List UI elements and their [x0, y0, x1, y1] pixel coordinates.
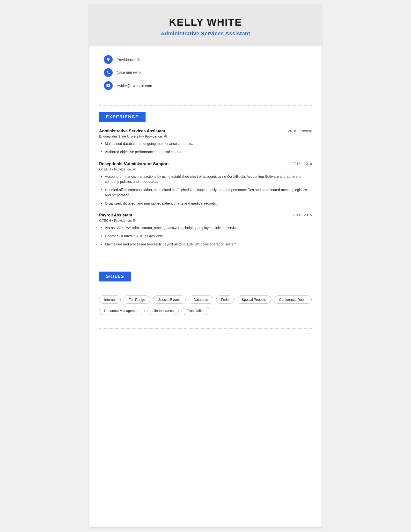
experience-section: EXPERIENCE Administrative Services Assis… — [89, 110, 322, 261]
location-icon — [104, 55, 113, 64]
experience-header-row-2: Receptionist/Administrator Support 2015 … — [99, 162, 312, 166]
location-text: Providence, RI — [117, 57, 140, 62]
bullet-item: Authored objective performance appraisal… — [99, 150, 312, 155]
skills-container: Internet Full Range Special Events Datab… — [89, 295, 322, 324]
job-bullets-3: Act as ADP IPAY administrator, reseing p… — [99, 225, 312, 247]
job-title-3: Payroll Assistant — [99, 213, 132, 218]
job-dates-2: 2015 - 2016 — [292, 162, 312, 166]
email-text: kwhite@example.com — [117, 84, 152, 88]
skills-section: SKILLS — [89, 269, 322, 295]
skill-tag-life-insurance: Life Insurance — [148, 307, 179, 315]
skill-tag-special-events: Special Events — [153, 295, 186, 304]
skill-tag-resource-management: Resource Management — [99, 307, 145, 315]
bullet-item: Maintained and processed bi-weekly payro… — [99, 242, 312, 247]
header-section: KELLY WHITE Administrative Services Assi… — [89, 5, 322, 47]
skill-tag-conference-room: Conference Room — [274, 295, 312, 304]
candidate-title: Administrative Services Assistant — [99, 30, 312, 37]
divider-2 — [99, 265, 312, 265]
job-company-1: Bridgewater State University • Providenc… — [99, 134, 312, 138]
resume-container: KELLY WHITE Administrative Services Assi… — [89, 5, 322, 527]
job-title-2: Receptionist/Administrator Support — [99, 162, 169, 166]
experience-entry-2: Receptionist/Administrator Support 2015 … — [99, 162, 312, 206]
experience-header-row-3: Payroll Assistant 2014 - 2015 — [99, 213, 312, 218]
skill-tag-front-office: Front Office — [182, 307, 209, 315]
skill-tag-fmla: Fmla — [216, 295, 234, 304]
skill-tag-full-range: Full Range — [123, 295, 150, 304]
bullet-item: Act as ADP IPAY administrator, reseing p… — [99, 225, 312, 231]
phone-icon — [104, 68, 113, 77]
experience-section-header: EXPERIENCE — [99, 112, 146, 122]
email-icon — [104, 81, 113, 90]
bullet-item: Update SUI rates in ADP as available. — [99, 234, 312, 239]
contact-phone: (380) 555-6628 — [104, 68, 307, 77]
contact-location: Providence, RI — [104, 55, 307, 64]
divider-1 — [99, 105, 312, 106]
bullet-item: Maintained database on ongoing maintenan… — [99, 141, 312, 147]
bullet-item: Account for financial transactions by us… — [99, 174, 312, 185]
job-dates-1: 2016 - Present — [288, 129, 312, 133]
bullet-item: Organized, dictated, and maintained pati… — [99, 201, 312, 206]
job-dates-3: 2014 - 2015 — [292, 213, 312, 217]
experience-entry-1: Administrative Services Assistant 2016 -… — [99, 129, 312, 155]
job-company-3: GTECH • Providence, RI — [99, 218, 312, 222]
job-company-2: GTECH • Providence, RI — [99, 167, 312, 171]
candidate-name: KELLY WHITE — [99, 17, 312, 28]
experience-entry-3: Payroll Assistant 2014 - 2015 GTECH • Pr… — [99, 213, 312, 247]
skill-tag-internet: Internet — [99, 295, 121, 304]
job-title-1: Administrative Services Assistant — [99, 129, 165, 133]
job-bullets-2: Account for financial transactions by us… — [99, 174, 312, 206]
job-bullets-1: Maintained database on ongoing maintenan… — [99, 141, 312, 155]
bullet-item: Handled office communication, maintained… — [99, 187, 312, 198]
divider-3 — [99, 328, 312, 329]
skill-tag-special-projects: Special Projects — [237, 295, 271, 304]
contact-email: kwhite@example.com — [104, 81, 307, 90]
experience-header-row-1: Administrative Services Assistant 2016 -… — [99, 129, 312, 133]
skills-section-header: SKILLS — [99, 272, 131, 282]
contact-section: Providence, RI (380) 555-6628 kwhite@exa… — [89, 47, 322, 102]
phone-text: (380) 555-6628 — [117, 71, 141, 75]
skill-tag-database: Database — [188, 295, 213, 304]
